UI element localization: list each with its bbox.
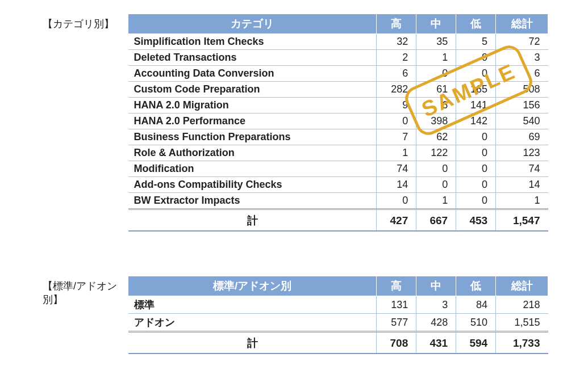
cell-total: 74 [496, 161, 548, 177]
cell-high: 282 [377, 82, 416, 98]
cell-category: Deleted Transactions [128, 50, 377, 66]
col-low: 低 [456, 276, 496, 296]
col-category: 標準/アドオン別 [128, 276, 377, 296]
cell-category: Accounting Data Conversion [128, 66, 377, 82]
footer-low: 594 [456, 332, 496, 354]
cell-low: 84 [456, 296, 496, 314]
footer-label: 計 [128, 332, 377, 354]
cell-high: 131 [377, 296, 416, 314]
footer-high: 427 [377, 209, 416, 232]
col-high: 高 [377, 14, 416, 34]
cell-low: 5 [456, 34, 496, 50]
cell-total: 69 [496, 129, 548, 145]
col-mid: 中 [416, 276, 456, 296]
cell-low: 0 [456, 129, 496, 145]
cell-mid: 1 [416, 50, 456, 66]
cell-total: 1 [496, 193, 548, 209]
cell-mid: 122 [416, 145, 456, 161]
col-category: カテゴリ [128, 14, 377, 34]
table-row: Deleted Transactions2103 [128, 50, 548, 66]
cell-low: 0 [456, 66, 496, 82]
cell-high: 577 [377, 314, 416, 332]
cell-category: Role & Authorization [128, 145, 377, 161]
cell-mid: 6 [416, 98, 456, 113]
category-table-footer: 計 427 667 453 1,547 [128, 209, 548, 232]
table-row: Accounting Data Conversion6006 [128, 66, 548, 82]
table-row: Business Function Preparations762069 [128, 129, 548, 145]
cell-category: アドオン [128, 314, 377, 332]
cell-category: Modification [128, 161, 377, 177]
cell-total: 14 [496, 177, 548, 193]
cell-low: 0 [456, 145, 496, 161]
table-row: Role & Authorization11220123 [128, 145, 548, 161]
table-row: Add-ons Compatibility Checks140014 [128, 177, 548, 193]
cell-high: 2 [377, 50, 416, 66]
category-table: カテゴリ 高 中 低 総計 Simplification Item Checks… [128, 14, 548, 232]
cell-low: 0 [456, 177, 496, 193]
cell-low: 142 [456, 113, 496, 129]
table-row: BW Extractor Impacts0101 [128, 193, 548, 209]
cell-high: 32 [377, 34, 416, 50]
cell-mid: 35 [416, 34, 456, 50]
cell-total: 156 [496, 98, 548, 113]
cell-total: 3 [496, 50, 548, 66]
footer-total: 1,733 [496, 332, 548, 354]
cell-high: 0 [377, 193, 416, 209]
footer-low: 453 [456, 209, 496, 232]
cell-low: 0 [456, 161, 496, 177]
cell-low: 510 [456, 314, 496, 332]
cell-high: 7 [377, 129, 416, 145]
footer-total: 1,547 [496, 209, 548, 232]
cell-low: 0 [456, 50, 496, 66]
table-row: 標準131384218 [128, 296, 548, 314]
cell-total: 1,515 [496, 314, 548, 332]
footer-mid: 431 [416, 332, 456, 354]
cell-high: 9 [377, 98, 416, 113]
col-high: 高 [377, 276, 416, 296]
addon-section-label: 【標準/アドオン別】 [43, 276, 128, 306]
cell-high: 74 [377, 161, 416, 177]
category-section-label: 【カテゴリ別】 [43, 14, 128, 31]
addon-table-header: 標準/アドオン別 高 中 低 総計 [128, 276, 548, 296]
col-total: 総計 [496, 14, 548, 34]
footer-mid: 667 [416, 209, 456, 232]
cell-category: Custom Code Preparation [128, 82, 377, 98]
cell-high: 6 [377, 66, 416, 82]
table-row: アドオン5774285101,515 [128, 314, 548, 332]
cell-low: 141 [456, 98, 496, 113]
col-mid: 中 [416, 14, 456, 34]
cell-mid: 0 [416, 66, 456, 82]
category-table-header: カテゴリ 高 中 低 総計 [128, 14, 548, 34]
col-total: 総計 [496, 276, 548, 296]
col-low: 低 [456, 14, 496, 34]
addon-table: 標準/アドオン別 高 中 低 総計 標準131384218アドオン5774285… [128, 276, 548, 354]
cell-category: HANA 2.0 Performance [128, 113, 377, 129]
cell-mid: 0 [416, 161, 456, 177]
cell-category: Add-ons Compatibility Checks [128, 177, 377, 193]
table-row: Modification740074 [128, 161, 548, 177]
cell-category: 標準 [128, 296, 377, 314]
addon-table-footer: 計 708 431 594 1,733 [128, 332, 548, 354]
cell-mid: 1 [416, 193, 456, 209]
cell-total: 123 [496, 145, 548, 161]
addon-section: 【標準/アドオン別】 標準/アドオン別 高 中 低 総計 標準131384218… [43, 276, 554, 354]
cell-high: 0 [377, 113, 416, 129]
table-row: HANA 2.0 Performance0398142540 [128, 113, 548, 129]
cell-mid: 61 [416, 82, 456, 98]
cell-total: 218 [496, 296, 548, 314]
cell-total: 72 [496, 34, 548, 50]
table-row: Custom Code Preparation28261165508 [128, 82, 548, 98]
cell-total: 540 [496, 113, 548, 129]
cell-mid: 0 [416, 177, 456, 193]
cell-total: 6 [496, 66, 548, 82]
footer-label: 計 [128, 209, 377, 232]
footer-high: 708 [377, 332, 416, 354]
cell-category: HANA 2.0 Migration [128, 98, 377, 113]
cell-high: 1 [377, 145, 416, 161]
cell-mid: 62 [416, 129, 456, 145]
cell-mid: 3 [416, 296, 456, 314]
cell-high: 14 [377, 177, 416, 193]
cell-low: 0 [456, 193, 496, 209]
cell-category: Business Function Preparations [128, 129, 377, 145]
cell-mid: 398 [416, 113, 456, 129]
